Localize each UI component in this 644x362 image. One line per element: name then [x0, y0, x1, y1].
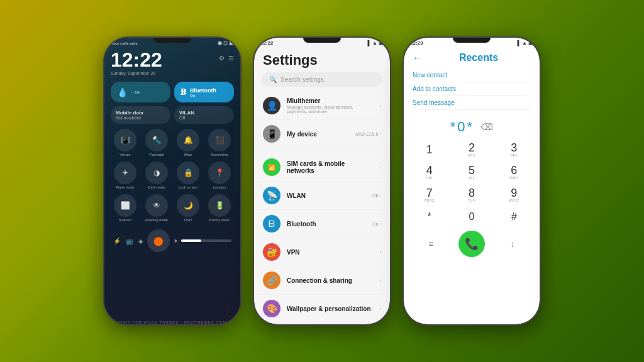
settings-search-bar[interactable]: 🔍 Search settings — [262, 72, 382, 87]
wlan-name: WLAN — [287, 192, 366, 199]
wlan-right: Off › — [372, 193, 381, 199]
location-item[interactable]: 📍 Location — [205, 162, 234, 189]
dnd-label: DND — [184, 218, 192, 222]
dial-key-4[interactable]: 4 GHI — [409, 162, 450, 183]
water-tile-text: -- Mb — [131, 90, 140, 94]
settings-item-bluetooth[interactable]: ᗷ Bluetooth On › — [254, 210, 390, 238]
settings-item-device[interactable]: 📱 My device MIUI 12.5.5 › — [254, 120, 390, 148]
letters-5: JKL — [469, 176, 475, 180]
lockscreen-btn[interactable]: 🔒 — [177, 162, 199, 184]
new-contact-link[interactable]: New contact — [413, 69, 531, 82]
brightness-control[interactable]: ☀ — [173, 238, 231, 244]
wlan-tile[interactable]: WLAN Off — [174, 106, 234, 124]
bluetooth-tile[interactable]: 𝐁 Bluetooth On — [174, 82, 234, 102]
plane-btn[interactable]: ✈ — [114, 162, 136, 184]
backspace-button[interactable]: ⌫ — [480, 122, 493, 132]
darkmode-item[interactable]: ◑ Dark mode — [142, 162, 171, 189]
dial-key-2[interactable]: 2 ABC — [451, 139, 492, 160]
batterysaver-item[interactable]: 🔋 Battery saver — [205, 194, 234, 222]
call-button[interactable]: 📞 — [458, 231, 485, 257]
digit-6: 6 — [511, 165, 517, 176]
dial-key-7[interactable]: 7 PQRS — [409, 184, 450, 206]
water-tile[interactable]: 💧 -- Mb — [111, 82, 170, 102]
dnd-item[interactable]: 🌙 DND — [174, 194, 203, 222]
device-right: MIUI 12.5.5 › — [355, 131, 381, 137]
recents-actions: New contact Add to contacts Send message — [404, 66, 540, 112]
dnd-btn[interactable]: 🌙 — [177, 194, 199, 217]
screenshot-item[interactable]: ⬛ Screenshot — [205, 129, 234, 156]
letters-9: WXYZ — [509, 199, 519, 202]
settings-item-connection[interactable]: 🔗 Connection & sharing › — [254, 266, 390, 295]
phone2-status-time: 12:22 — [260, 40, 273, 46]
dial-key-9[interactable]: 9 WXYZ — [494, 184, 535, 206]
dial-key-hash[interactable]: # — [494, 208, 535, 226]
add-to-contacts-link[interactable]: Add to contacts — [413, 82, 531, 96]
phone3-status-time: 12:23 — [410, 40, 423, 46]
back-button[interactable]: ← — [413, 53, 421, 63]
vibrate-btn[interactable]: 📳 — [114, 129, 136, 151]
dial-key-star[interactable]: * — [409, 208, 450, 226]
dial-key-5[interactable]: 5 JKL — [451, 162, 492, 183]
vibrate-item[interactable]: 📳 Vibrate — [111, 129, 140, 156]
cast-icon[interactable]: 📺 — [126, 238, 133, 244]
mute-btn[interactable]: 🔔 — [177, 129, 199, 151]
phone1-header-action-icons: ⚙ ☰ — [219, 55, 234, 62]
phone1-frame: ency calls only ◉ ◻ ▣ 12:22 Sunday, Sept… — [103, 36, 242, 326]
dial-key-8[interactable]: 8 TUV — [451, 184, 492, 206]
settings-divider-1 — [254, 148, 390, 153]
settings-item-account[interactable]: 👤 Miuithemer Manage accounts, cloud serv… — [254, 92, 390, 120]
flash-icon[interactable]: ⚡ — [113, 238, 121, 244]
phone2-frame: 12:22 ▌ ▲ ▣ Settings 🔍 Search settings 👤… — [253, 36, 391, 326]
settings-item-wlan[interactable]: 📡 WLAN Off › — [254, 182, 390, 210]
mute-item[interactable]: 🔔 Mute — [174, 129, 203, 156]
phone3-signal-icon: ▌ — [517, 40, 521, 46]
dial-key-6[interactable]: 6 MNO — [494, 162, 535, 183]
wifi-icon: ▲ — [372, 40, 377, 46]
lockscreen-item[interactable]: 🔒 Lock screen — [174, 162, 203, 189]
vpn-text: VPN — [287, 249, 374, 256]
flashlight-item[interactable]: 🔦 Flashlight — [142, 129, 171, 156]
scanner-btn[interactable]: ⬜ — [114, 194, 136, 217]
dial-menu-button[interactable]: ≡ — [421, 234, 440, 253]
dial-key-3[interactable]: 3 DEF — [494, 139, 535, 160]
location-btn[interactable]: 📍 — [208, 162, 231, 184]
phone2-status-icons: ▌ ▲ ▣ — [367, 40, 384, 46]
flashlight-btn[interactable]: 🔦 — [145, 129, 168, 151]
wlan-text: WLAN — [287, 192, 366, 199]
dial-key-0[interactable]: 0 — [451, 208, 492, 226]
letters-6: MNO — [510, 176, 518, 180]
settings-item-aod[interactable]: 🖥 Always-on display & Lock screen › — [254, 323, 390, 324]
theme-icon[interactable]: ◈ — [138, 238, 143, 244]
mute-label: Mute — [184, 153, 192, 156]
settings-item-vpn[interactable]: 🔐 VPN › — [254, 238, 390, 266]
letters-4: GHI — [426, 176, 432, 180]
send-message-link[interactable]: Send message — [413, 96, 531, 110]
scanner-item[interactable]: ⬜ Scanner — [111, 194, 140, 222]
reading-btn[interactable]: 👁 — [145, 194, 168, 217]
plane-item[interactable]: ✈ Plane mode — [111, 162, 140, 189]
screenshot-btn[interactable]: ⬛ — [208, 129, 231, 151]
wlan-icon: 📡 — [263, 187, 280, 204]
settings-item-wallpaper[interactable]: 🎨 Wallpaper & personalization › — [254, 295, 390, 323]
settings-item-sim[interactable]: 📶 SIM cards & mobile networks › — [254, 153, 390, 182]
batterysaver-btn[interactable]: 🔋 — [208, 194, 231, 217]
darkmode-btn[interactable]: ◑ — [145, 162, 168, 184]
hide-dialer-button[interactable]: ↓ — [503, 234, 522, 253]
phone1-header: 12:22 Sunday, September 26 ⚙ ☰ — [104, 47, 240, 79]
icon-grid-3: ⬜ Scanner 👁 Reading mode 🌙 DND 🔋 Battery… — [104, 192, 240, 224]
dial-key-1[interactable]: 1 — [409, 139, 450, 160]
settings-list: 👤 Miuithemer Manage accounts, cloud serv… — [254, 92, 390, 324]
wlan-sub: Off — [179, 116, 229, 120]
search-placeholder: Search settings — [280, 76, 324, 83]
account-right: › — [380, 104, 381, 108]
menu-icon[interactable]: ☰ — [228, 55, 234, 62]
home-button[interactable]: ⬤ — [147, 229, 170, 252]
reading-item[interactable]: 👁 Reading mode — [142, 194, 171, 222]
flashlight-label: Flashlight — [149, 153, 164, 156]
settings-icon[interactable]: ⚙ — [219, 55, 225, 62]
brightness-bar — [181, 239, 231, 242]
mobile-data-tile[interactable]: Mobile data Not available — [111, 106, 170, 124]
wallpaper-right: › — [380, 307, 381, 311]
digit-8: 8 — [469, 187, 475, 199]
device-icon: 📱 — [263, 125, 280, 143]
